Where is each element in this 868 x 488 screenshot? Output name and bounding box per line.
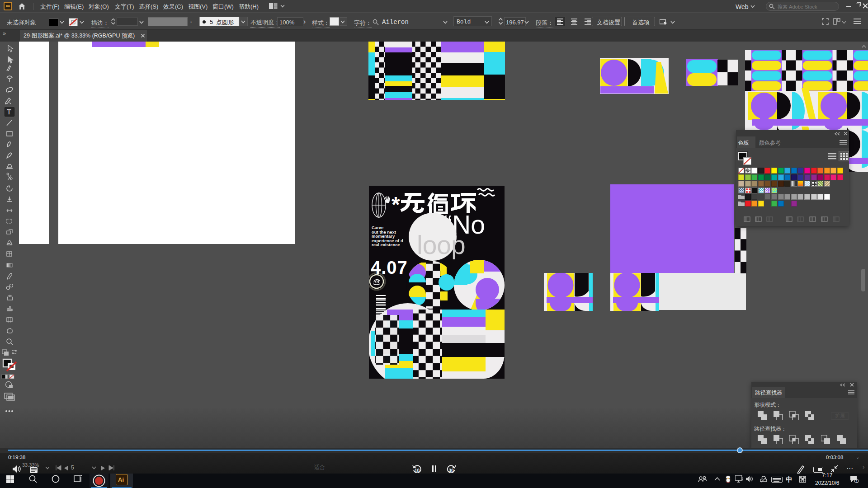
svg-text:real existence: real existence [372,242,400,247]
svg-text:30: 30 [449,468,454,473]
svg-text:1: 1 [856,479,858,483]
svg-text:*: * [392,192,400,216]
svg-text:loop: loop [417,230,466,259]
svg-text:10: 10 [415,468,420,473]
svg-text:T: T [7,108,11,116]
